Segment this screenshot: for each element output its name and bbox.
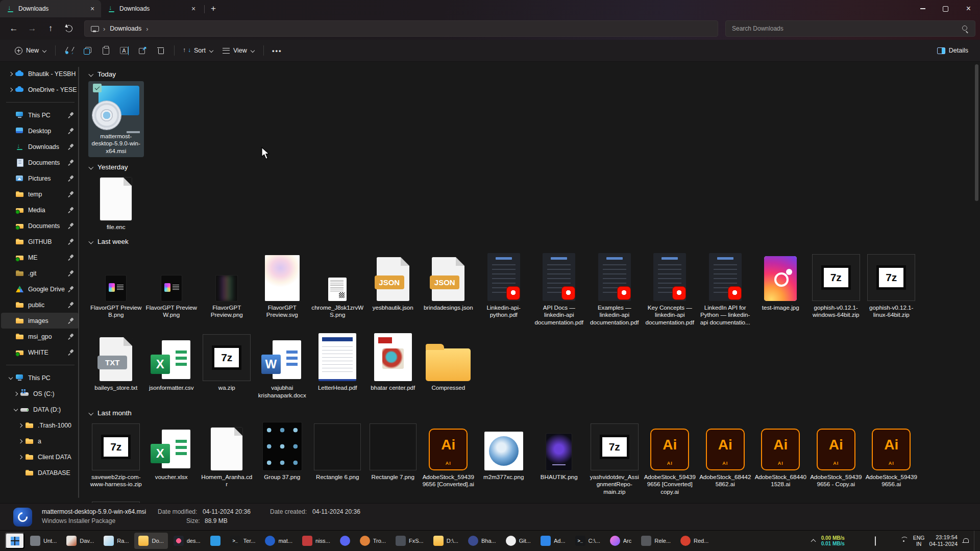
expand-chevron-icon[interactable] (7, 86, 15, 93)
volume-icon[interactable] (888, 537, 896, 545)
sidebar-item-me[interactable]: ME (1, 249, 79, 265)
file-jsonformatter-csv[interactable]: jsonformatter.csv (144, 329, 200, 402)
file-linkedin-api-for-python-linkedin-api-documentatio[interactable]: LinkedIn API for Python — linkedin-api d… (698, 248, 753, 329)
hidden-icons-chevron[interactable] (811, 538, 817, 543)
breadcrumb-chevron[interactable]: › (146, 25, 148, 33)
file-file-enc[interactable]: file.enc (88, 174, 144, 233)
expand-chevron-icon[interactable] (7, 374, 15, 382)
file-bhatar-center-pdf[interactable]: bhatar center.pdf (365, 329, 421, 402)
group-collapse-chevron[interactable] (88, 164, 94, 170)
copy-button[interactable] (80, 42, 95, 59)
sidebar-item-downloads[interactable]: Downloads (1, 139, 79, 155)
taskbar-app-d[interactable]: D:\... (429, 533, 462, 549)
sidebar-item-desktop[interactable]: Desktop (1, 123, 79, 139)
sidebar-scrollbar[interactable] (78, 67, 80, 498)
file-voucher-xlsx[interactable]: voucher.xlsx (144, 420, 200, 498)
sidebar-item-a[interactable]: a (1, 433, 79, 449)
file-examples-linkedin-api-documentation-pdf[interactable]: Examples — linkedin-api documentation.pd… (587, 248, 643, 329)
file-rectangle-6-png[interactable]: Rectangle 6.png (310, 420, 365, 498)
file-adobestock-684425862-ai[interactable]: AdobeStock_684425862.ai (698, 420, 753, 498)
taskbar-app-ter[interactable]: >_ Ter... (226, 533, 260, 549)
expand-chevron-icon[interactable] (12, 390, 20, 397)
sidebar-item-database[interactable]: DATABASE (1, 465, 79, 481)
file-vajubhai-krishanapark-docx[interactable]: vajubhai krishanapark.docx (255, 329, 310, 402)
file-brindadesings-json[interactable]: brindadesings.json (421, 248, 476, 329)
breadcrumb-location[interactable]: Downloads (110, 25, 141, 32)
sidebar-item-white[interactable]: WHITE (1, 344, 79, 360)
maximize-button[interactable] (934, 0, 957, 17)
file-saveweb2zip-com-www-harness-io-zip[interactable]: saveweb2zip-com-www-harness-io.zip (88, 420, 144, 498)
taskbar-app-git[interactable]: Git... (502, 533, 535, 549)
cut-button[interactable] (61, 42, 77, 59)
tab-downloads-2[interactable]: Downloads × (101, 0, 202, 17)
sidebar-item-os-c[interactable]: OS (C:) (1, 386, 79, 402)
file-gophish-v0-12-1-windows-64bit-zip[interactable]: gophish-v0.12.1-windows-64bit.zip (808, 248, 864, 329)
security-shield-icon[interactable] (862, 537, 870, 545)
sidebar-item-msi-gpo[interactable]: msi_gpo (1, 329, 79, 344)
address-bar[interactable]: › Downloads › (84, 20, 718, 37)
sidebar-item-media[interactable]: Media (1, 202, 79, 218)
search-box[interactable]: Search Downloads (725, 20, 975, 37)
sidebar-item-github[interactable]: GITHUB (1, 234, 79, 249)
details-pane-button[interactable]: Details (933, 42, 973, 59)
taskbar-app-des[interactable]: des... (169, 533, 205, 549)
expand-chevron-icon[interactable] (7, 70, 15, 78)
sidebar-item-documents[interactable]: Documents (1, 155, 79, 170)
taskbar-app-ra[interactable]: Ra... (100, 533, 133, 549)
language-indicator[interactable]: ENG IN (913, 535, 925, 547)
file-yashvidotdev-assignmentrepo-main-zip[interactable]: yashvidotdev_AssignmentRepo-main.zip (587, 420, 643, 498)
tab-close-icon[interactable]: × (88, 4, 97, 13)
file-flavorgpt-preview-w-png[interactable]: FlavorGPT Preview W.png (144, 248, 200, 329)
notifications-bell-icon[interactable] (962, 538, 969, 544)
display-tray-icon[interactable] (875, 537, 883, 545)
expand-chevron-icon[interactable] (17, 438, 25, 445)
sidebar-item-onedrive-yese[interactable]: OneDrive - YESE (1, 82, 79, 97)
sidebar-item-images[interactable]: images (1, 313, 79, 329)
file-document-zip[interactable]: DOCUMENT.zip (88, 498, 144, 503)
taskbar-app-red[interactable]: Red... (676, 533, 713, 549)
file-api-docs-linkedin-api-documentation-pdf[interactable]: API Docs — linkedin-api documentation.pd… (531, 248, 587, 329)
view-button[interactable]: View (218, 42, 259, 59)
network-icon[interactable] (900, 537, 909, 545)
selection-checkbox[interactable] (93, 84, 102, 92)
taskbar-app-unt[interactable]: Unt... (26, 533, 61, 549)
refresh-button[interactable] (60, 20, 78, 37)
more-options-button[interactable]: ••• (270, 42, 285, 59)
file-mattermost-desktop-5-9-0-win-x64-msi[interactable]: mattermost-desktop-5.9.0-win-x64.msi (88, 81, 144, 157)
paste-button[interactable] (98, 42, 113, 59)
file-bhautik-png[interactable]: BHAUTIK.png (531, 420, 587, 498)
file-test-image-jpg[interactable]: test-image.jpg (753, 248, 808, 329)
delete-button[interactable] (153, 42, 168, 59)
group-collapse-chevron[interactable] (88, 71, 94, 77)
taskbar-app-mat[interactable]: mat... (261, 533, 297, 549)
taskbar-app-dav[interactable]: Dav... (62, 533, 98, 549)
file-adobestock-684401528-ai[interactable]: AdobeStock_684401528.ai (753, 420, 808, 498)
sidebar-item-pictures[interactable]: Pictures (1, 170, 79, 186)
chrome-tray-icon[interactable] (849, 537, 857, 545)
sidebar-item-client-data[interactable]: Client DATA (1, 449, 79, 465)
tab-close-icon[interactable]: × (189, 4, 198, 13)
sidebar-item-documents[interactable]: Documents (1, 218, 79, 234)
taskbar-app-niss[interactable]: niss... (298, 533, 334, 549)
file-adobestock-594399656-converted-ai[interactable]: AdobeStock_594399656 [Converted].ai (421, 420, 476, 498)
file-linkedin-api-python-pdf[interactable]: Linkedin-api-python.pdf (476, 248, 532, 329)
back-button[interactable]: ← (5, 20, 23, 37)
tab-downloads-active[interactable]: Downloads × (0, 0, 101, 17)
taskbar-app[interactable] (206, 533, 225, 549)
taskbar-app-tro[interactable]: Tro... (356, 533, 390, 549)
file-key-concepts-linkedin-api-documentation-pdf[interactable]: Key Concepts — linkedin-api documentatio… (642, 248, 698, 329)
taskbar-app-c[interactable]: >_ C:\... (571, 533, 604, 549)
file-flavorgpt-preview-svg[interactable]: FlavorGPT Preview.svg (255, 248, 310, 329)
file-adobestock-594399656-ai[interactable]: AdobeStock_594399656.ai (864, 420, 919, 498)
sort-button[interactable]: Sort (179, 42, 218, 59)
file-wa-zip[interactable]: wa.zip (199, 329, 255, 402)
new-tab-button[interactable]: + (207, 2, 220, 15)
file-rectangle-7-png[interactable]: Rectangle 7.png (365, 420, 421, 498)
taskbar-app-rele[interactable]: Rele... (637, 533, 675, 549)
forward-button[interactable]: → (23, 20, 41, 37)
file-baileys-store-txt[interactable]: baileys_store.txt (88, 329, 144, 402)
file-chrome-j8sk1zrvws-png[interactable]: chrome_J8sk1zrvWS.png (310, 248, 365, 329)
file-compressed[interactable]: Compressed (421, 329, 476, 402)
sidebar-item-public[interactable]: public (1, 297, 79, 313)
share-button[interactable] (135, 42, 150, 59)
